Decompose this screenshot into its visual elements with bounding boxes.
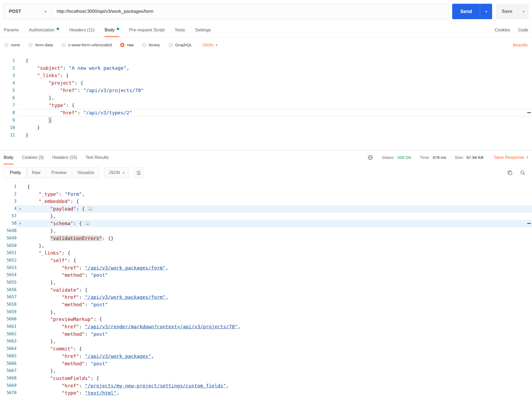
search-icon[interactable]	[520, 170, 526, 176]
body-type-binary[interactable]: binary	[142, 43, 160, 47]
code-line: 5669 "href": "/projects/my-new-project/s…	[0, 382, 532, 390]
body-type-x-www-form-urlencoded[interactable]: x-www-form-urlencoded	[61, 43, 112, 47]
request-body-editor[interactable]: 1{2 "subject": "A new work package",3 "_…	[0, 53, 532, 150]
body-type-graphql[interactable]: GraphQL	[169, 43, 192, 47]
code-line: 5659 },	[0, 308, 532, 316]
line-number: 1	[0, 57, 15, 64]
tab-cookies-3[interactable]: Cookies (3)	[22, 150, 44, 164]
method-label: POST	[9, 9, 21, 14]
json-link[interactable]: "text/html"	[85, 390, 117, 396]
token	[27, 221, 50, 226]
send-options-button[interactable]: ▾	[480, 4, 492, 19]
tab-pre-request-script[interactable]: Pre-request Script	[129, 23, 165, 37]
code-line: 2 "subject": "A new work package",	[0, 64, 532, 72]
code-text: "self": {	[23, 257, 532, 264]
code-text: }	[18, 131, 532, 139]
chevron-down-icon: ▾	[123, 171, 124, 175]
tab-body[interactable]: Body	[105, 23, 119, 37]
token	[26, 73, 37, 78]
line-number: 2	[0, 191, 16, 198]
token: :	[79, 353, 85, 359]
beautify-button[interactable]: Beautify	[513, 43, 528, 47]
tab-body[interactable]: Body	[4, 150, 13, 164]
tab-label: Cookies (3)	[22, 155, 44, 160]
token: ,	[238, 324, 240, 329]
code-text: "_type": "Form",	[23, 191, 532, 198]
fold-column	[15, 131, 18, 139]
line-number: 3	[0, 198, 16, 205]
view-pretty[interactable]: Pretty	[5, 168, 27, 178]
body-type-options: noneform-datax-www-form-urlencodedrawbin…	[4, 43, 201, 47]
token: : {	[93, 316, 102, 322]
view-visualize[interactable]: Visualize	[72, 168, 100, 178]
request-language-label: JSON	[202, 43, 213, 47]
token	[27, 331, 62, 337]
token	[27, 294, 62, 300]
tab-test-results[interactable]: Test Results	[86, 150, 109, 164]
tab-settings[interactable]: Settings	[195, 23, 211, 37]
token: :	[79, 390, 85, 396]
copy-icon[interactable]	[507, 170, 513, 176]
save-response-button[interactable]: Save Response ▾	[494, 155, 529, 160]
token: "commit"	[50, 346, 73, 351]
view-preview[interactable]: Preview	[46, 168, 72, 178]
tab-params[interactable]: Params	[4, 23, 19, 37]
code-line: 5655 },	[0, 279, 532, 286]
send-button[interactable]: Send	[452, 4, 480, 19]
token: "post"	[90, 272, 108, 278]
code-line: 3 "_links": {	[0, 72, 532, 79]
token: "href"	[62, 353, 79, 359]
body-type-raw[interactable]: raw	[120, 43, 134, 47]
json-link[interactable]: "/projects/my-new-project/settings/custo…	[85, 383, 226, 388]
tab-authorization[interactable]: Authorization	[29, 23, 59, 37]
response-language-dropdown[interactable]: JSON ▾	[104, 167, 129, 178]
body-type-form-data[interactable]: form-data	[28, 43, 53, 47]
code-line: 5653 "href": "/api/v3/work_packages/form…	[0, 264, 532, 272]
request-language-dropdown[interactable]: JSON ▾	[202, 43, 217, 47]
fold-chevron-icon[interactable]: ›	[16, 220, 23, 227]
code-text: "previewMarkup": {	[23, 316, 532, 323]
save-options-button[interactable]: ▾	[518, 4, 529, 19]
json-link[interactable]: "/api/v3/render/markdown?context=/api/v3…	[85, 324, 238, 329]
tab-headers-11[interactable]: Headers (11)	[69, 23, 94, 37]
request-bar: POST ▾ http://localhost:3000/api/v3/work…	[0, 0, 532, 23]
line-number: 5652	[0, 257, 16, 264]
code-line: 1{	[0, 183, 532, 191]
radio-icon	[61, 43, 66, 47]
fold-ellipsis[interactable]: …	[88, 206, 93, 211]
fold-chevron-icon[interactable]: ›	[16, 205, 23, 213]
code-line: 5657 "href": "/api/v3/work_packages/form…	[0, 293, 532, 301]
token: :	[63, 65, 69, 71]
token: : {	[62, 250, 70, 256]
line-number: 5658	[0, 301, 16, 308]
view-raw[interactable]: Raw	[27, 168, 46, 178]
line-number: 5655	[0, 279, 16, 286]
line-number: 5670	[0, 389, 16, 397]
fold-column	[15, 109, 18, 117]
body-type-none[interactable]: none	[4, 43, 20, 47]
fold-ellipsis[interactable]: …	[85, 221, 90, 226]
token: "project"	[49, 80, 75, 86]
json-link[interactable]: "/api/v3/work_packages/form"	[85, 294, 165, 300]
cookies-link[interactable]: Cookies	[495, 28, 510, 32]
response-body-viewer[interactable]: 1{2 "_type": "Form",3 "_embedded": {4› "…	[0, 181, 532, 397]
save-button[interactable]: Save	[496, 4, 518, 19]
tab-headers-15[interactable]: Headers (15)	[52, 150, 77, 164]
json-link[interactable]: "/api/v3/work_packages/form"	[85, 265, 165, 271]
token: : {	[90, 375, 99, 381]
tab-tests[interactable]: Tests	[175, 23, 185, 37]
fold-column	[15, 64, 18, 72]
method-dropdown[interactable]: POST ▾	[3, 4, 51, 19]
code-text: "type": {	[18, 102, 532, 109]
token	[27, 287, 50, 293]
fold-column	[16, 308, 23, 316]
wrap-lines-button[interactable]	[133, 167, 144, 178]
code-link[interactable]: Code	[518, 28, 528, 32]
token: ,	[82, 191, 85, 197]
network-globe-icon[interactable]	[367, 155, 373, 160]
tab-label: Settings	[195, 27, 211, 32]
token: "payload"	[50, 206, 76, 212]
url-input[interactable]: http://localhost:3000/api/v3/work_packag…	[51, 4, 448, 19]
json-link[interactable]: "/api/v3/work_packages"	[85, 353, 151, 359]
token	[26, 110, 60, 115]
